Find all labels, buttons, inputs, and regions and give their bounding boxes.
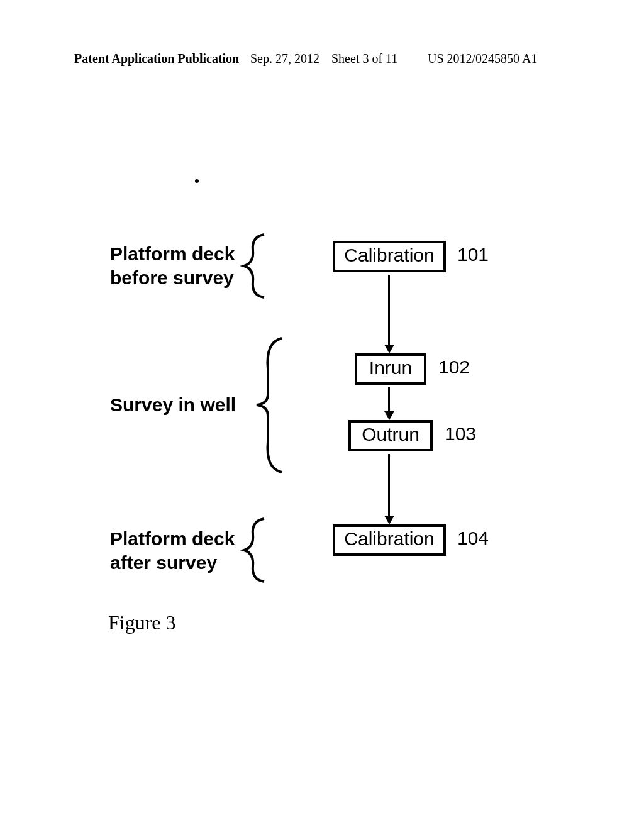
arrow-102-to-103-head xyxy=(384,411,394,420)
phase-before-line2: before survey xyxy=(110,266,235,290)
figure-caption: Figure 3 xyxy=(108,611,176,634)
arrow-101-to-102-head xyxy=(384,345,394,353)
arrow-103-to-104-head xyxy=(384,516,394,524)
ref-102: 102 xyxy=(438,357,470,378)
step-label-101: Calibration xyxy=(344,245,434,266)
step-box-outrun: Outrun xyxy=(348,420,433,451)
brace-phase-3 xyxy=(239,516,277,585)
ref-101: 101 xyxy=(457,244,489,265)
ref-103: 103 xyxy=(445,423,476,445)
brace-phase-1 xyxy=(239,231,277,301)
phase-before-line1: Platform deck xyxy=(110,242,235,266)
ref-104: 104 xyxy=(457,528,489,549)
step-box-calibration-before: Calibration xyxy=(333,241,446,272)
phase-after-line1: Platform deck xyxy=(110,527,235,551)
arrow-101-to-102-line xyxy=(388,275,390,346)
step-box-inrun: Inrun xyxy=(355,353,426,385)
step-label-104: Calibration xyxy=(344,528,434,550)
phase-label-after: Platform deck after survey xyxy=(110,527,235,574)
brace-phase-2 xyxy=(252,335,296,476)
phase-label-survey: Survey in well xyxy=(110,393,236,417)
arrow-102-to-103-line xyxy=(388,387,390,412)
step-label-102: Inrun xyxy=(369,357,412,379)
arrow-103-to-104-line xyxy=(388,454,390,517)
flow-diagram: Platform deck before survey Survey in we… xyxy=(0,0,644,830)
phase-after-line2: after survey xyxy=(110,551,235,575)
phase-label-before: Platform deck before survey xyxy=(110,242,235,289)
step-label-103: Outrun xyxy=(362,424,419,445)
step-box-calibration-after: Calibration xyxy=(333,524,446,556)
phase-survey-text: Survey in well xyxy=(110,394,236,415)
